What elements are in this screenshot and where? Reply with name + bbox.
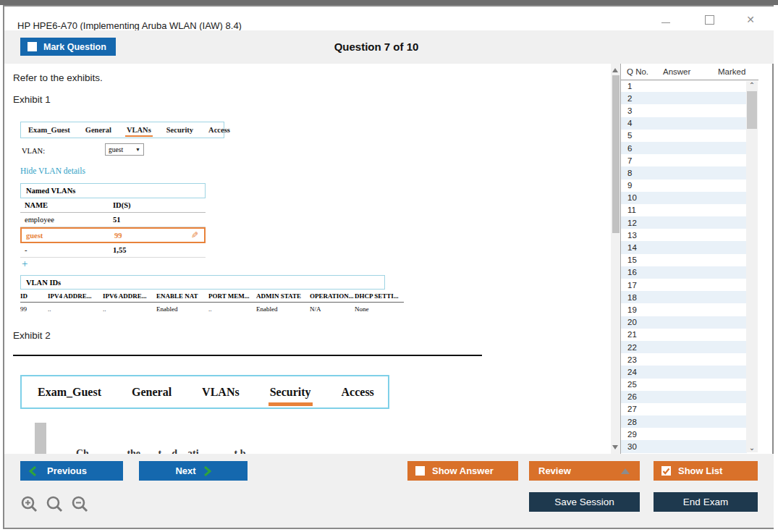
review-button[interactable]: Review	[529, 461, 640, 481]
question-list-row-23[interactable]: 23	[621, 353, 747, 366]
vlan-ids-col-header: OPERATION...	[310, 292, 355, 300]
question-number: 11	[621, 206, 636, 214]
question-number: 21	[621, 330, 637, 339]
question-number: 6	[621, 144, 632, 153]
chevron-up-icon[interactable]: ⌃	[746, 81, 758, 90]
question-list-row-26[interactable]: 26	[621, 391, 747, 403]
question-list-row-25[interactable]: 25	[621, 379, 747, 391]
question-list-row-10[interactable]: 10	[621, 192, 747, 204]
show-answer-checkbox[interactable]	[415, 466, 425, 476]
question-list-row-19[interactable]: 19	[621, 303, 747, 316]
vlan-name-cell: -	[20, 246, 113, 254]
question-list-row-6[interactable]: 6	[621, 142, 747, 154]
zoom-toolbar	[20, 495, 90, 514]
question-number: 19	[621, 305, 637, 314]
question-list-row-3[interactable]: 3	[621, 104, 747, 117]
previous-button[interactable]: Previous	[20, 461, 123, 481]
question-list-row-15[interactable]: 15	[621, 254, 747, 266]
question-list-row-7[interactable]: 7	[621, 154, 747, 166]
question-list-row-8[interactable]: 8	[621, 166, 747, 179]
question-number: 18	[621, 293, 637, 302]
zoom-reset-icon[interactable]	[46, 495, 64, 514]
show-list-checkbox[interactable]	[661, 466, 671, 476]
col-qno: Q No.	[621, 67, 663, 76]
question-list-row-30[interactable]: 30	[621, 440, 747, 452]
question-number: 23	[621, 355, 637, 364]
question-number: 14	[621, 243, 637, 252]
question-counter: Question 7 of 10	[0, 41, 753, 53]
vlan-ids-table: IDIPV4 ADDRE...IPV6 ADDRE...ENABLE NATPO…	[20, 290, 404, 316]
question-list-row-16[interactable]: 16	[621, 266, 747, 279]
question-list-row-28[interactable]: 28	[621, 415, 747, 428]
content-scrollbar[interactable]	[611, 64, 620, 454]
vlan-ids-data-row: 99....Enabled..EnabledN/ANone	[20, 303, 404, 316]
exhibit-tab-access: Access	[342, 386, 374, 399]
question-list-row-21[interactable]: 21	[621, 329, 747, 341]
vlan-ids-cell: None	[355, 305, 399, 313]
question-number: 16	[621, 268, 637, 276]
question-list-row-17[interactable]: 17	[621, 279, 747, 291]
question-number: 2	[621, 94, 632, 103]
named-vlans-header-row: NAME ID(S)	[20, 198, 206, 213]
question-list-row-18[interactable]: 18	[621, 291, 747, 303]
question-list-row-29[interactable]: 29	[621, 428, 747, 440]
minimize-button[interactable]	[655, 13, 677, 26]
save-session-button[interactable]: Save Session	[529, 492, 640, 512]
exhibit2-partial-element	[35, 423, 46, 454]
exhibit-tab-vlans: VLANs	[127, 126, 151, 134]
zoom-in-icon[interactable]	[20, 495, 39, 514]
chevron-down-icon[interactable]: ⌄	[746, 444, 758, 452]
question-list-scrollbar-thumb[interactable]	[747, 91, 757, 129]
maximize-button[interactable]	[698, 13, 720, 26]
question-list-row-14[interactable]: 14	[621, 241, 747, 253]
scroll-down-icon[interactable]	[612, 445, 618, 449]
vlan-ids-title: VLAN IDs	[20, 275, 385, 290]
review-label: Review	[538, 465, 571, 476]
question-list-row-22[interactable]: 22	[621, 341, 747, 353]
question-list-row-2[interactable]: 2	[621, 92, 747, 104]
vlan-ids-cell: 1,55	[113, 246, 185, 254]
close-button[interactable]: ✕	[740, 13, 761, 26]
vlan-ids-cell: 99	[114, 232, 187, 240]
col-marked: Marked	[718, 67, 754, 76]
next-label: Next	[175, 465, 195, 476]
exhibit-tab-general: General	[85, 126, 111, 134]
question-list-row-13[interactable]: 13	[621, 229, 747, 241]
question-number: 25	[621, 380, 637, 389]
question-list-row-11[interactable]: 11	[621, 204, 747, 216]
show-answer-button[interactable]: Show Answer	[407, 461, 518, 481]
exhibit-tab-security: Security	[166, 126, 193, 134]
window-title: HP HPE6-A70 (Implementing Aruba WLAN (IA…	[17, 20, 242, 31]
question-number: 7	[621, 156, 632, 165]
zoom-out-icon[interactable]	[71, 495, 90, 514]
scroll-up-icon[interactable]	[612, 68, 618, 72]
save-session-label: Save Session	[554, 497, 614, 507]
question-list-row-1[interactable]: 1	[621, 80, 747, 92]
chevron-right-icon	[203, 466, 211, 476]
question-list-row-12[interactable]: 12	[621, 216, 747, 229]
question-list-header: Q No. Answer Marked	[621, 64, 758, 80]
question-list-row-20[interactable]: 20	[621, 316, 747, 329]
next-button[interactable]: Next	[139, 461, 248, 481]
exhibit-tab-exam_guest: Exam_Guest	[28, 126, 70, 134]
question-number: 27	[621, 405, 637, 413]
question-list-row-27[interactable]: 27	[621, 403, 747, 415]
content-scrollbar-thumb[interactable]	[612, 75, 620, 233]
show-list-button[interactable]: Show List	[654, 461, 758, 481]
question-list-row-9[interactable]: 9	[621, 180, 747, 192]
vlan-ids-cell: 99	[20, 305, 48, 313]
question-list-row-4[interactable]: 4	[621, 117, 747, 130]
exhibit2-tab-bar: Exam_GuestGeneralVLANsSecurityAccess	[20, 375, 389, 409]
question-list-scrollbar[interactable]: ⌃ ⌄	[746, 81, 758, 452]
vlan-ids-cell: ..	[103, 305, 156, 313]
question-list-row-24[interactable]: 24	[621, 366, 747, 378]
exhibit2-divider	[13, 355, 482, 356]
question-list-row-5[interactable]: 5	[621, 130, 747, 142]
question-number: 29	[621, 430, 637, 439]
edit-pencil-icon: ✎	[191, 230, 198, 241]
question-number: 20	[621, 318, 637, 326]
end-exam-button[interactable]: End Exam	[654, 492, 758, 512]
vlan-ids-cell: Enabled	[256, 305, 310, 313]
window-frame-top	[0, 0, 778, 5]
vlan-name-cell: employee	[20, 216, 113, 224]
